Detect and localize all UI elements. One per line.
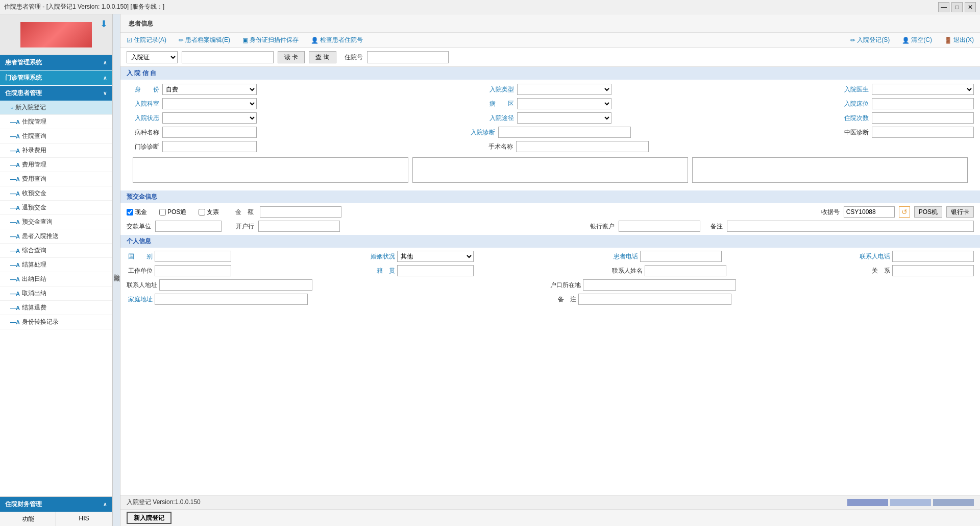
sidebar-item-settlement[interactable]: —A 结算处理 [0, 258, 112, 272]
his-button[interactable]: HIS [56, 512, 112, 526]
relationship-input[interactable] [892, 265, 974, 276]
remarks-input[interactable] [578, 294, 731, 305]
sidebar-item-cancel-cashier[interactable]: —A 取消出纳 [0, 286, 112, 301]
item-prefix: —A [10, 162, 20, 168]
pos-machine-button[interactable]: POS机 [914, 206, 942, 218]
toolbar-exit[interactable]: 🚪 退出(X) [942, 35, 976, 45]
sidebar-section-inpatient[interactable]: 住院患者管理 ∨ [0, 86, 112, 101]
close-button[interactable]: ✕ [965, 2, 976, 12]
hospitalization-times-input[interactable] [872, 112, 974, 124]
hospital-num-input[interactable] [367, 51, 449, 63]
remark-input[interactable] [727, 221, 974, 232]
admission-route-select[interactable] [517, 112, 611, 124]
admission-doctor-select[interactable] [872, 84, 974, 95]
receipt-num-input[interactable]: CSY10088 [844, 206, 895, 218]
sidebar-item-comprehensive-query[interactable]: —A 综合查询 [0, 244, 112, 258]
textarea-2[interactable] [412, 157, 688, 183]
sidebar-section-outpatient[interactable]: 门诊管理系统 ∧ [0, 70, 112, 85]
admission-doctor-label: 入院医生 [836, 85, 872, 94]
query-button[interactable]: 查 询 [309, 51, 336, 63]
tcm-diagnosis-label: 中医诊断 [836, 128, 872, 137]
ward-select[interactable] [517, 98, 611, 109]
toolbar-patient-file-edit[interactable]: ✏ 患者档案编辑(E) [177, 35, 232, 45]
search-input[interactable] [182, 51, 274, 63]
amount-input[interactable] [260, 206, 341, 218]
cash-checkbox[interactable] [127, 209, 133, 216]
sidebar-logo: ⬇ [0, 14, 112, 55]
new-register-button[interactable]: 新入院登记 [127, 512, 172, 524]
admission-dept-select[interactable] [162, 98, 257, 109]
surgery-name-input[interactable] [516, 141, 649, 152]
marital-status-select[interactable]: 其他 未婚 已婚 离婚 丧偶 [397, 251, 474, 262]
disease-name-input[interactable] [162, 127, 257, 138]
home-address-input[interactable] [155, 294, 308, 305]
download-icon[interactable]: ⬇ [100, 18, 108, 30]
relationship-label: 关 系 [864, 267, 892, 275]
household-input[interactable] [583, 279, 736, 291]
admission-status-select[interactable] [162, 112, 257, 124]
sidebar-item-supplement-fee[interactable]: —A 补录费用 [0, 144, 112, 158]
sidebar-item-comprehensive-query-label: 综合查询 [22, 246, 46, 255]
bank-card-button[interactable]: 银行卡 [946, 206, 974, 218]
toolbar-clear[interactable]: 👤 清空(C) [900, 35, 934, 45]
tcm-diagnosis-input[interactable] [872, 127, 974, 138]
item-prefix: —A [10, 148, 20, 154]
read-card-button[interactable]: 读 卡 [278, 51, 305, 63]
nationality-input[interactable] [155, 251, 231, 262]
sidebar-item-settlement-refund[interactable]: —A 结算退费 [0, 301, 112, 315]
check-checkbox[interactable] [199, 209, 205, 216]
minimize-button[interactable]: — [938, 2, 949, 12]
toolbar-id-scan-save[interactable]: ▣ 身份证扫描件保存 [240, 35, 301, 45]
toolbar-admission-register[interactable]: ✏ 入院登记(S) [848, 35, 892, 45]
func-button[interactable]: 功能 [0, 512, 56, 526]
status-badge-2 [890, 499, 931, 506]
sidebar-item-cashier-daily[interactable]: —A 出纳日结 [0, 272, 112, 286]
window-controls: — □ ✕ [938, 2, 976, 12]
personal-row-1: 国 别 婚姻状况 其他 未婚 已婚 离婚 丧偶 患者电话 联系人 [127, 251, 974, 262]
maximize-button[interactable]: □ [951, 2, 963, 12]
open-bank-input[interactable] [258, 221, 340, 232]
sidebar-item-prepay-query[interactable]: —A 预交金查询 [0, 215, 112, 229]
cash-checkbox-label[interactable]: 现金 [127, 208, 147, 217]
refresh-button[interactable]: ↺ [899, 206, 910, 218]
native-place-input[interactable] [397, 265, 474, 276]
contact-address-input[interactable] [159, 279, 312, 291]
toolbar-admission-record[interactable]: ☑ 住院记录(A) [125, 35, 168, 45]
sidebar-item-inpatient-query[interactable]: —A 住院查询 [0, 129, 112, 144]
search-type-select[interactable]: 入院证 住院号 姓名 [127, 51, 178, 63]
open-bank-label: 开户行 [236, 222, 254, 231]
sidebar-item-fee-mgmt[interactable]: —A 费用管理 [0, 158, 112, 172]
sidebar-section-inpatient-label: 住院患者管理 [5, 89, 42, 98]
sidebar-item-prepay-deposit-label: 收预交金 [22, 189, 46, 198]
sidebar-item-refund-deposit[interactable]: —A 退预交金 [0, 201, 112, 215]
contact-phone-input[interactable] [892, 251, 974, 262]
pos-checkbox[interactable] [159, 209, 166, 216]
check-checkbox-label[interactable]: 支票 [199, 208, 219, 217]
identity-select[interactable]: 自费 医保 新农合 商业保险 [162, 84, 257, 95]
sidebar-section-patient[interactable]: 患者管理系统 ∧ [0, 55, 112, 70]
sidebar-item-id-transfer[interactable]: —A 身份转换记录 [0, 315, 112, 329]
patient-phone-input[interactable] [640, 251, 722, 262]
admission-diagnosis-input[interactable] [498, 127, 631, 138]
sidebar-item-inpatient-mgmt[interactable]: —A 住院管理 [0, 115, 112, 129]
exchange-unit-input[interactable] [155, 221, 222, 232]
outpatient-diagnosis-input[interactable] [162, 141, 257, 152]
toolbar-check-admission-num[interactable]: 👤 检查患者住院号 [309, 35, 365, 45]
pos-checkbox-label[interactable]: POS通 [159, 208, 186, 217]
admission-type-select[interactable] [517, 84, 611, 95]
sidebar-item-prepay-deposit[interactable]: —A 收预交金 [0, 186, 112, 201]
check-label: 支票 [207, 208, 219, 217]
sidebar-item-patient-push[interactable]: —A 患者入院推送 [0, 229, 112, 244]
sidebar-section-finance[interactable]: 住院财务管理 ∧ [0, 497, 112, 512]
sidebar-item-fee-query[interactable]: —A 费用查询 [0, 172, 112, 186]
textarea-3[interactable] [692, 157, 968, 183]
contact-name-input[interactable] [645, 265, 726, 276]
work-unit-input[interactable] [155, 265, 231, 276]
main-layout: ⬇ 患者管理系统 ∧ 门诊管理系统 ∧ 住院患者管理 ∨ ○ 新入院登记 —A … [0, 14, 980, 526]
admission-bed-input[interactable] [872, 98, 974, 109]
toggle-panel[interactable]: 隐 藏 [112, 14, 120, 526]
personal-info-title: 个人信息 [127, 237, 151, 245]
sidebar-item-new-admission[interactable]: ○ 新入院登记 [0, 101, 112, 115]
bank-account-input[interactable] [619, 221, 700, 232]
textarea-1[interactable] [133, 157, 408, 183]
